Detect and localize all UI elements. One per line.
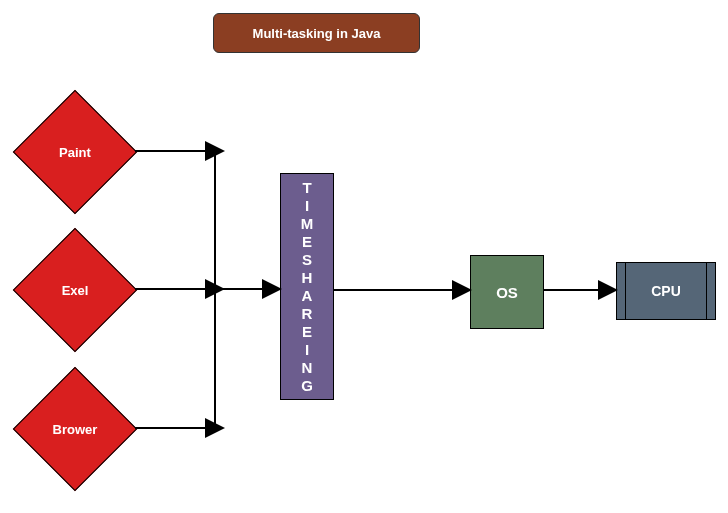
ts-char: G (301, 377, 313, 395)
svg-marker-1 (205, 141, 225, 161)
ts-char: S (302, 251, 312, 269)
cpu-box: CPU (616, 262, 716, 320)
ts-char: H (302, 269, 313, 287)
ts-char: E (302, 233, 312, 251)
ts-char: T (302, 179, 311, 197)
ts-char: N (302, 359, 313, 377)
app-label: Brower (32, 386, 118, 472)
ts-char: E (302, 323, 312, 341)
svg-marker-8 (452, 280, 472, 300)
svg-marker-4 (205, 418, 225, 438)
os-label: OS (496, 284, 518, 301)
svg-marker-10 (598, 280, 618, 300)
ts-char: I (305, 341, 309, 359)
app-label: Exel (32, 247, 118, 333)
timesharing-box: T I M E S H A R E I N G (280, 173, 334, 400)
ts-char: I (305, 197, 309, 215)
app-diamond-brower: Brower (13, 367, 137, 491)
ts-char: R (302, 305, 313, 323)
ts-char: M (301, 215, 314, 233)
svg-marker-3 (205, 279, 225, 299)
app-diamond-exel: Exel (13, 228, 137, 352)
cpu-label: CPU (651, 283, 681, 299)
svg-marker-6 (262, 279, 282, 299)
ts-char: A (302, 287, 313, 305)
app-diamond-paint: Paint (13, 90, 137, 214)
title-text: Multi-tasking in Java (253, 26, 381, 41)
app-label: Paint (32, 109, 118, 195)
os-box: OS (470, 255, 544, 329)
title-box: Multi-tasking in Java (213, 13, 420, 53)
